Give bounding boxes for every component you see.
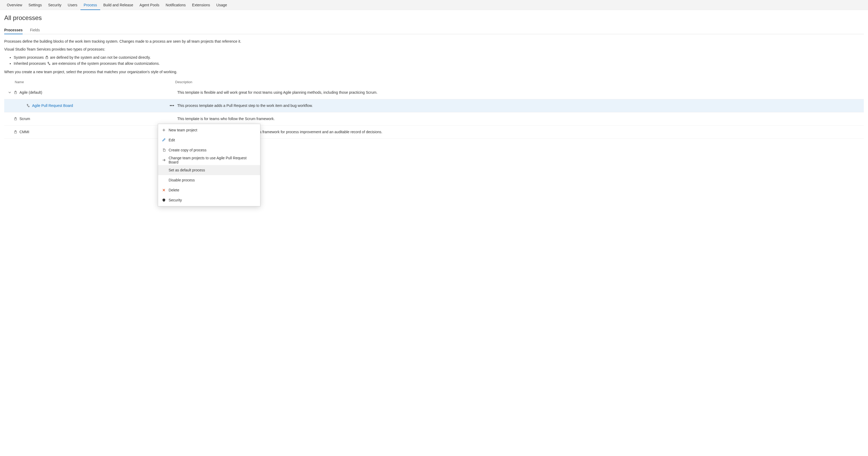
nav-users[interactable]: Users: [65, 0, 81, 10]
nav-notifications[interactable]: Notifications: [162, 0, 189, 10]
nav-build-and-release[interactable]: Build and Release: [100, 0, 136, 10]
nav-overview[interactable]: Overview: [4, 0, 25, 10]
inherit-icon: [14, 104, 32, 107]
page-title: All processes: [4, 14, 864, 22]
top-nav: Overview Settings Security Users Process…: [0, 0, 868, 10]
lock-icon: [14, 130, 20, 134]
table-header: Name Description: [4, 78, 864, 86]
lock-icon: [14, 117, 20, 121]
process-name[interactable]: Agile Pull Request Board: [32, 104, 167, 108]
nav-usage[interactable]: Usage: [213, 0, 230, 10]
process-description: This template is flexible and will work …: [177, 90, 861, 94]
col-header-name[interactable]: Name: [15, 80, 173, 84]
process-description: This template is for more formal project…: [177, 130, 861, 134]
lock-icon: [45, 56, 49, 59]
sub-tabs: Processes Fields: [4, 26, 864, 34]
intro-para-3: When you create a new team project, sele…: [4, 69, 864, 75]
intro-para-2: Visual Studio Team Services provides two…: [4, 47, 864, 52]
process-name[interactable]: Scrum: [20, 117, 167, 121]
chevron-down-icon[interactable]: [8, 91, 14, 94]
process-table: Name Description Agile (default) This te…: [4, 78, 864, 139]
nav-security[interactable]: Security: [45, 0, 65, 10]
intro-bullet-system: System processes are defined by the syst…: [14, 55, 864, 60]
plus-icon: [161, 128, 166, 132]
nav-settings[interactable]: Settings: [25, 0, 45, 10]
tab-fields[interactable]: Fields: [30, 26, 40, 34]
process-name[interactable]: CMMI: [20, 130, 167, 134]
col-header-description[interactable]: Description: [173, 80, 864, 84]
table-row[interactable]: Agile (default) This template is flexibl…: [4, 86, 864, 99]
process-name[interactable]: Agile (default): [20, 90, 167, 94]
pencil-icon: [161, 138, 166, 142]
nav-extensions[interactable]: Extensions: [189, 0, 213, 10]
context-menu: New team project Edit Create copy of pro…: [158, 124, 260, 143]
intro-text: Processes define the building blocks of …: [4, 39, 864, 75]
nav-agent-pools[interactable]: Agent Pools: [136, 0, 162, 10]
inherit-icon: [47, 62, 51, 65]
table-row[interactable]: Agile Pull Request Board ••• This proces…: [4, 99, 864, 112]
tab-processes[interactable]: Processes: [4, 26, 23, 34]
process-description: This process template adds a Pull Reques…: [177, 104, 861, 108]
lock-icon: [14, 91, 20, 94]
nav-process[interactable]: Process: [81, 0, 100, 10]
menu-edit[interactable]: Edit: [158, 135, 260, 143]
more-actions-button[interactable]: •••: [167, 104, 177, 108]
process-description: This template is for teams who follow th…: [177, 117, 861, 121]
intro-para-1: Processes define the building blocks of …: [4, 39, 864, 44]
table-row[interactable]: CMMI This template is for more formal pr…: [4, 125, 864, 139]
menu-new-team-project[interactable]: New team project: [158, 125, 260, 135]
intro-bullet-inherited: Inherited processes are extensions of th…: [14, 61, 864, 66]
table-row[interactable]: Scrum This template is for teams who fol…: [4, 112, 864, 125]
